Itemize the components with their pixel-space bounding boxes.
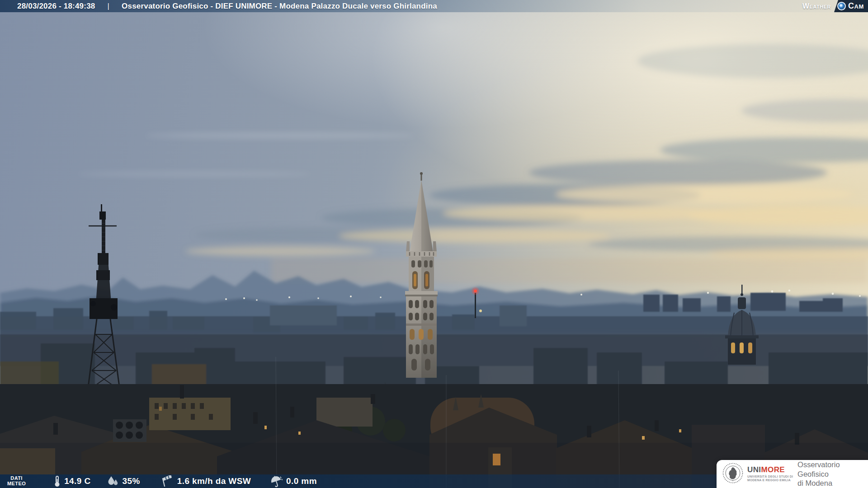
cloud-band bbox=[185, 137, 868, 283]
wind-item: 1.6 km/h da WSW bbox=[160, 475, 251, 487]
webcam-frame: 28/03/2026 - 18:49:38 | Osservatorio Geo… bbox=[0, 0, 868, 488]
temperature-value: 14.9 C bbox=[64, 476, 90, 486]
observatory-name-line1: Osservatorio Geofisico bbox=[797, 460, 868, 479]
datetime-text: 28/03/2026 - 18:49:38 bbox=[17, 2, 95, 11]
temperature-item: 14.9 C bbox=[54, 475, 90, 487]
windsock-icon bbox=[160, 475, 174, 487]
wind-value: 1.6 km/h da WSW bbox=[177, 476, 251, 486]
meteo-label: DATI METEO bbox=[7, 476, 26, 487]
thermometer-icon bbox=[54, 475, 61, 487]
observatory-name: Osservatorio Geofisico di Modena bbox=[797, 460, 868, 488]
unimore-wordmark: UNIMORE UNIVERSITÀ DEGLI STUDI DI MODENA… bbox=[747, 466, 793, 483]
camera-title: Osservatorio Geofisico - DIEF UNIMORE - … bbox=[122, 2, 437, 11]
university-subtitle-line1: UNIVERSITÀ DEGLI STUDI DI bbox=[747, 475, 793, 479]
weathercam-cam-text: Cam bbox=[848, 1, 864, 11]
weathercam-logo[interactable]: Weather Cam bbox=[802, 0, 868, 12]
separator: | bbox=[107, 2, 109, 11]
humidity-item: 35% bbox=[107, 476, 140, 487]
unimore-seal-icon bbox=[722, 463, 743, 485]
rain-umbrella-icon bbox=[270, 475, 283, 487]
observatory-name-line2: di Modena bbox=[797, 479, 868, 488]
meteo-label-line2: METEO bbox=[7, 481, 26, 487]
top-info-bar: 28/03/2026 - 18:49:38 | Osservatorio Geo… bbox=[0, 0, 868, 12]
modena-skyline-scene bbox=[0, 0, 868, 488]
unimore-prefix: UNI bbox=[747, 465, 761, 474]
humidity-value: 35% bbox=[123, 476, 140, 486]
humidity-drops-icon bbox=[107, 476, 119, 487]
rain-item: 0.0 mm bbox=[270, 475, 317, 487]
camera-lens-icon bbox=[837, 2, 846, 10]
university-subtitle-line2: MODENA E REGGIO EMILIA bbox=[747, 479, 793, 482]
rain-value: 0.0 mm bbox=[286, 476, 317, 486]
unimore-logo-card[interactable]: UNIMORE UNIVERSITÀ DEGLI STUDI DI MODENA… bbox=[717, 460, 868, 488]
weathercam-block: Cam bbox=[834, 0, 868, 12]
weathercam-weather-text: Weather bbox=[802, 2, 834, 10]
unimore-suffix: MORE bbox=[761, 465, 785, 474]
